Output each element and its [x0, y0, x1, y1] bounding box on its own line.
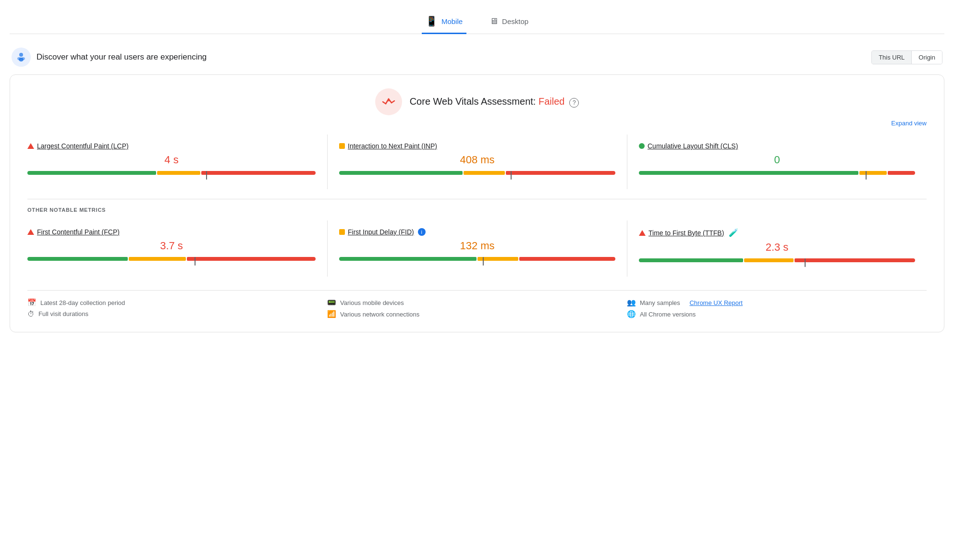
fid-needle-line	[483, 257, 484, 266]
avatar	[12, 48, 31, 67]
inp-needle-line	[511, 171, 512, 180]
fcp-needle-line	[195, 257, 196, 266]
expand-view-link[interactable]: Expand view	[891, 120, 927, 127]
section-divider	[27, 199, 927, 199]
fid-info-icon[interactable]: i	[418, 228, 426, 236]
ttfb-needle	[805, 258, 806, 267]
fcp-bar-green	[27, 257, 128, 261]
svg-point-0	[19, 53, 23, 57]
footer-visit-text: Full visit durations	[38, 310, 88, 317]
ttfb-bar-red	[795, 258, 915, 262]
ttfb-beaker-icon: 🧪	[729, 228, 738, 237]
inp-bar-orange	[464, 171, 505, 175]
footer-collection-period: 📅 Latest 28-day collection period	[27, 298, 327, 307]
cls-indicator-icon	[639, 143, 645, 149]
footer-network: 📶 Various network connections	[327, 310, 627, 318]
other-metrics-label: OTHER NOTABLE METRICS	[27, 207, 927, 213]
inp-bar-red	[506, 171, 615, 175]
users-icon: 👥	[627, 298, 636, 307]
cls-needle-line	[866, 171, 867, 180]
this-url-button[interactable]: This URL	[872, 51, 912, 64]
metric-cls-label: Cumulative Layout Shift (CLS)	[639, 142, 915, 150]
fid-link[interactable]: First Input Delay (FID)	[348, 228, 414, 236]
network-icon: 📶	[327, 310, 336, 318]
expand-view: Expand view	[27, 119, 927, 127]
assessment-title: Core Web Vitals Assessment: Failed ?	[410, 96, 579, 108]
cls-bar	[639, 171, 915, 180]
fcp-needle	[195, 257, 196, 266]
footer-mobile-text: Various mobile devices	[340, 299, 404, 306]
footer-samples-text: Many samples	[640, 299, 680, 306]
ttfb-bar-green	[639, 258, 743, 262]
url-origin-toggle[interactable]: This URL Origin	[871, 50, 942, 64]
fcp-link[interactable]: First Contentful Paint (FCP)	[37, 228, 120, 236]
tab-mobile[interactable]: 📱 Mobile	[422, 10, 466, 34]
ttfb-value: 2.3 s	[639, 241, 915, 254]
lcp-needle	[206, 171, 207, 180]
cls-bar-green	[639, 171, 858, 175]
tab-desktop[interactable]: 🖥 Desktop	[486, 10, 532, 34]
device-icon: 📟	[327, 298, 336, 307]
inp-needle	[511, 171, 512, 180]
fid-bar-red	[519, 257, 615, 261]
cls-bar-red	[888, 171, 915, 175]
fid-bar-green	[339, 257, 477, 261]
ttfb-bar-orange	[744, 258, 794, 262]
lcp-value: 4 s	[27, 154, 316, 166]
assessment-icon	[375, 88, 402, 115]
fcp-value: 3.7 s	[27, 240, 316, 252]
inp-indicator-icon	[339, 143, 345, 149]
tab-mobile-label: Mobile	[441, 17, 463, 25]
metric-cls: Cumulative Layout Shift (CLS) 0	[627, 134, 927, 189]
fcp-bar-orange	[129, 257, 186, 261]
chrome-ux-report-link[interactable]: Chrome UX Report	[689, 299, 743, 306]
svg-line-7	[391, 101, 394, 103]
core-metrics-grid: Largest Contentful Paint (LCP) 4 s Inter…	[27, 134, 927, 189]
metric-inp: Interaction to Next Paint (INP) 408 ms	[327, 134, 627, 189]
footer-right: 👥 Many samples Chrome UX Report 🌐 All Ch…	[627, 298, 927, 318]
fid-needle	[483, 257, 484, 266]
lcp-bar-red	[201, 171, 316, 175]
timer-icon: ⏱	[27, 310, 35, 318]
assessment-title-prefix: Core Web Vitals Assessment:	[410, 96, 538, 107]
footer-mobile-devices: 📟 Various mobile devices	[327, 298, 627, 307]
metric-ttfb: Time to First Byte (TTFB) 🧪 2.3 s	[627, 220, 927, 277]
cls-bar-orange	[859, 171, 887, 175]
svg-point-3	[19, 58, 24, 61]
fid-indicator-icon	[339, 229, 345, 235]
footer-visit-durations: ⏱ Full visit durations	[27, 310, 327, 318]
origin-button[interactable]: Origin	[912, 51, 942, 64]
lcp-link[interactable]: Largest Contentful Paint (LCP)	[37, 142, 129, 150]
lcp-bar	[27, 171, 316, 180]
calendar-icon: 📅	[27, 298, 37, 307]
lcp-bar-orange	[157, 171, 200, 175]
metric-fid-label: First Input Delay (FID) i	[339, 228, 615, 236]
tab-desktop-label: Desktop	[502, 17, 528, 25]
footer-chrome-text: All Chrome versions	[640, 311, 696, 318]
cls-link[interactable]: Cumulative Layout Shift (CLS)	[648, 142, 738, 150]
footer-center: 📟 Various mobile devices 📶 Various netwo…	[327, 298, 627, 318]
lcp-bar-green	[27, 171, 156, 175]
metric-fcp-label: First Contentful Paint (FCP)	[27, 228, 316, 236]
footer-collection-text: Latest 28-day collection period	[40, 299, 125, 306]
chrome-icon: 🌐	[627, 310, 636, 318]
lcp-needle-line	[206, 171, 207, 180]
assessment-header: Core Web Vitals Assessment: Failed ?	[27, 88, 927, 115]
inp-value: 408 ms	[339, 154, 615, 166]
fcp-indicator-icon	[27, 229, 34, 235]
fid-bar	[339, 257, 615, 266]
footer-samples: 👥 Many samples Chrome UX Report	[627, 298, 927, 307]
footer-left: 📅 Latest 28-day collection period ⏱ Full…	[27, 298, 327, 318]
metric-fcp: First Contentful Paint (FCP) 3.7 s	[27, 220, 327, 277]
fcp-bar-red	[187, 257, 316, 261]
assessment-help-icon[interactable]: ?	[569, 98, 579, 108]
svg-marker-8	[387, 98, 391, 101]
main-card: Core Web Vitals Assessment: Failed ? Exp…	[10, 74, 944, 332]
cls-value: 0	[639, 154, 915, 166]
lcp-indicator-icon	[27, 143, 34, 149]
cls-needle	[866, 171, 867, 180]
inp-link[interactable]: Interaction to Next Paint (INP)	[348, 142, 437, 150]
ttfb-link[interactable]: Time to First Byte (TTFB)	[648, 229, 724, 237]
other-metrics-grid: First Contentful Paint (FCP) 3.7 s First…	[27, 220, 927, 277]
crux-header: Discover what your real users are experi…	[10, 48, 944, 67]
